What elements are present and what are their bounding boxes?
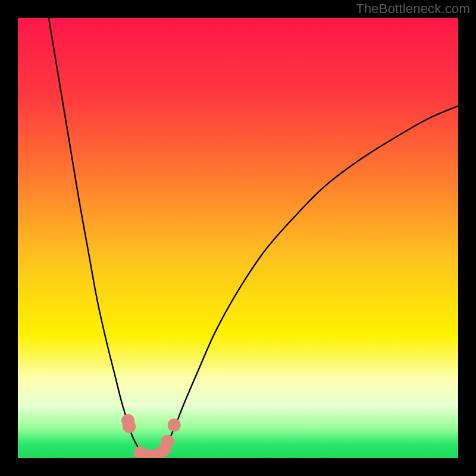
marker-dot [168,419,181,432]
marker-dot [161,435,174,448]
marker-dot [123,420,136,433]
chart-svg [18,18,458,458]
plot-area [18,18,458,458]
gradient-background [18,18,458,458]
chart-frame: TheBottleneck.com [0,0,476,476]
watermark-label: TheBottleneck.com [356,1,470,17]
